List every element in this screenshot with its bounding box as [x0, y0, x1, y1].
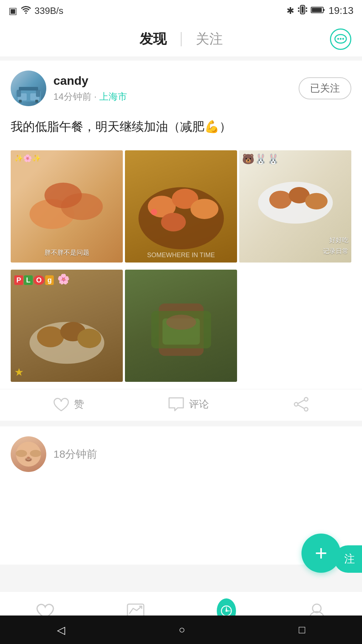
svg-point-9 [337, 38, 339, 40]
post-content: 我的低脂午餐，明天继续加油（减肥💪） [0, 113, 362, 150]
post-image-3[interactable]: 🐻🐰🐰 好好吃 记录日常 [239, 150, 351, 263]
svg-point-28 [151, 209, 157, 215]
wifi-icon [21, 5, 31, 16]
food3-overlay-2: 记录日常 [323, 247, 348, 255]
svg-point-47 [16, 450, 27, 457]
bluetooth-icon: ✱ [287, 5, 294, 16]
food3-overlay-1: 好好吃 [329, 236, 348, 245]
svg-point-53 [225, 610, 227, 612]
post-text: 我的低脂午餐，明天继续加油（减肥💪） [11, 117, 351, 136]
post-image-2[interactable]: SOMEWHERE IN TIME [125, 150, 237, 263]
network-speed: 339B/s [35, 5, 63, 16]
like-action[interactable]: 赞 [53, 396, 84, 412]
vibrate-icon [298, 5, 307, 17]
post-location[interactable]: 上海市 [99, 91, 127, 102]
svg-point-41 [304, 398, 308, 401]
svg-point-27 [161, 213, 186, 231]
fab-follow-label: 注 [344, 553, 355, 565]
svg-point-22 [44, 183, 82, 208]
svg-point-40 [166, 315, 196, 329]
svg-line-45 [298, 405, 304, 409]
fab-plus-icon: + [315, 542, 327, 564]
svg-rect-2 [298, 7, 299, 9]
empty-cell [239, 270, 351, 382]
avatar2[interactable] [11, 436, 46, 472]
svg-rect-16 [36, 90, 40, 97]
status-right: ✱ 19:13 [287, 5, 353, 17]
sim-icon: ▣ [9, 5, 17, 16]
post-card-2: 18分钟前 [0, 426, 362, 479]
post2-time: 18分钟前 [53, 447, 97, 462]
recent-button[interactable]: □ [299, 624, 305, 636]
follow-button[interactable]: 已关注 [299, 77, 351, 99]
svg-point-32 [305, 193, 327, 209]
status-bar: ▣ 339B/s ✱ 19:13 [0, 0, 362, 21]
svg-rect-15 [17, 90, 21, 97]
time-display: 19:13 [329, 5, 353, 16]
plog-badge: P L O g 🌸 [14, 273, 70, 285]
message-icon-button[interactable] [330, 28, 351, 50]
svg-rect-17 [19, 100, 22, 103]
action-bar: 赞 评论 [0, 389, 362, 421]
post-time: 14分钟前 · 上海市 [53, 90, 127, 103]
svg-point-10 [340, 38, 342, 40]
svg-rect-5 [306, 10, 307, 12]
comment-action[interactable]: 评论 [168, 396, 209, 412]
svg-rect-4 [306, 7, 307, 9]
like-label: 赞 [74, 398, 84, 411]
battery-icon [311, 5, 325, 16]
header-tabs: 发现 关注 [125, 30, 237, 48]
avatar-image [11, 71, 46, 106]
svg-rect-7 [312, 8, 322, 12]
fab-button[interactable]: + [301, 534, 341, 573]
tab-discover[interactable]: 发现 [125, 30, 181, 48]
star-deco: ★ [14, 366, 24, 378]
tab-follow[interactable]: 关注 [182, 30, 237, 48]
back-button[interactable]: ◁ [57, 624, 65, 636]
status-left: ▣ 339B/s [9, 5, 63, 16]
post-card-1: candy 14分钟前 · 上海市 已关注 我的低脂午餐，明天继续加油（减肥💪）… [0, 61, 362, 421]
food2-overlay: SOMEWHERE IN TIME [147, 251, 215, 259]
header: 发现 关注 [0, 21, 362, 57]
post-header-1: candy 14分钟前 · 上海市 已关注 [0, 61, 362, 113]
avatar2-image [11, 436, 46, 472]
post-image-1[interactable]: ✨🌸✨ 胖不胖不是问题 [11, 150, 123, 263]
svg-point-43 [294, 402, 298, 406]
post-divider [0, 421, 362, 426]
svg-rect-19 [19, 87, 38, 90]
svg-rect-3 [298, 10, 299, 12]
svg-rect-1 [301, 6, 304, 13]
image-grid-row1: ✨🌸✨ 胖不胖不是问题 [0, 150, 362, 270]
post-user-info: candy 14分钟前 · 上海市 [11, 71, 127, 106]
home-button[interactable]: ○ [179, 624, 185, 636]
svg-point-50 [27, 457, 30, 459]
svg-point-36 [77, 328, 101, 348]
feed: candy 14分钟前 · 上海市 已关注 我的低脂午餐，明天继续加油（减肥💪）… [0, 61, 362, 565]
image-grid-row2: P L O g 🌸 ★ [0, 270, 362, 389]
comment-label: 评论 [189, 398, 209, 411]
svg-line-44 [298, 400, 304, 404]
user-meta: candy 14分钟前 · 上海市 [53, 74, 127, 103]
svg-rect-18 [35, 100, 38, 103]
post-image-4[interactable]: P L O g 🌸 ★ [11, 270, 123, 382]
svg-point-42 [304, 407, 308, 411]
svg-point-30 [269, 191, 292, 209]
username: candy [53, 74, 127, 88]
post2-header: 18分钟前 [11, 436, 351, 472]
svg-point-34 [37, 326, 64, 347]
share-action[interactable] [293, 396, 310, 412]
svg-point-26 [190, 199, 219, 219]
post-image-5[interactable] [125, 270, 237, 382]
android-nav: ◁ ○ □ [0, 616, 362, 644]
svg-point-11 [342, 38, 344, 40]
svg-point-48 [30, 450, 41, 457]
food1-overlay: 胖不胖不是问题 [44, 248, 89, 257]
avatar[interactable] [11, 71, 46, 106]
